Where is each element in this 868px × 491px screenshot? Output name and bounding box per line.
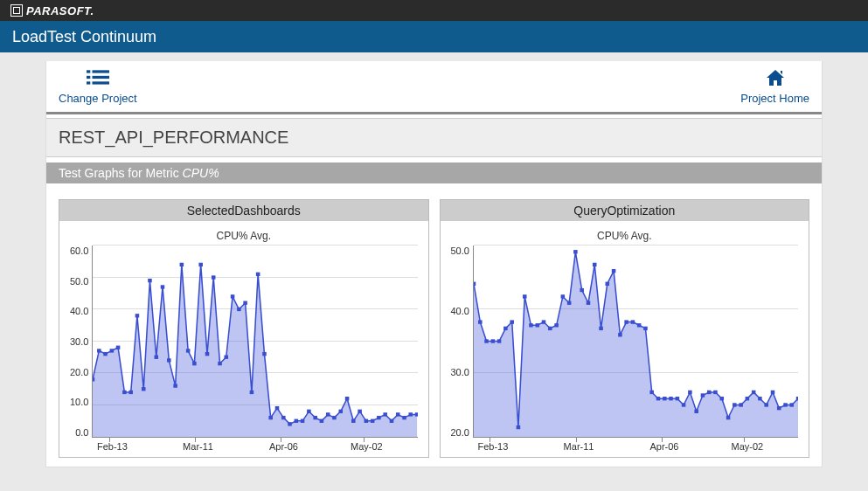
svg-rect-90 [676,397,680,400]
svg-rect-42 [320,419,324,423]
svg-rect-29 [238,308,242,311]
svg-rect-2 [87,76,90,79]
chart-body: CPU% Avg.50.040.030.020.0Feb-13Mar-11Apr… [441,221,809,457]
svg-rect-64 [510,320,514,323]
section-prefix: Test Graphs for Metric [59,166,183,180]
svg-rect-59 [478,320,483,323]
svg-rect-40 [308,410,312,413]
chart-body: CPU% Avg.60.050.040.030.020.010.00.0Feb-… [59,221,428,457]
svg-rect-22 [193,362,198,365]
svg-rect-11 [123,391,128,394]
svg-rect-9 [110,349,115,352]
svg-rect-20 [180,263,184,266]
svg-rect-70 [548,327,552,330]
svg-rect-5 [92,81,109,84]
svg-rect-33 [263,352,267,356]
svg-rect-45 [339,410,344,413]
project-home-link[interactable]: Project Home [740,68,809,105]
svg-rect-96 [713,391,718,394]
svg-rect-83 [631,320,635,323]
svg-rect-107 [783,403,788,406]
app-title-bar: LoadTest Continuum [0,21,868,52]
main-panel: Change Project Project Home REST_API_PER… [45,61,823,467]
svg-rect-93 [694,410,698,413]
chart-name: QueryOptimization [441,200,809,221]
svg-rect-75 [580,288,584,292]
svg-rect-43 [326,412,330,416]
svg-rect-21 [186,349,191,352]
svg-rect-99 [733,403,737,406]
svg-rect-91 [682,403,686,406]
svg-rect-35 [275,406,280,410]
svg-rect-13 [135,314,140,317]
svg-rect-38 [295,419,299,423]
svg-rect-48 [358,410,363,413]
x-axis: Feb-13Mar-11Apr-06May-02 [481,438,799,452]
svg-rect-28 [231,294,235,298]
svg-rect-89 [669,397,673,400]
svg-rect-79 [605,282,609,286]
svg-rect-108 [789,403,794,406]
brand-icon [10,4,23,17]
y-tick-label: 50.0 [70,276,88,287]
svg-rect-34 [269,416,274,419]
svg-rect-55 [403,416,407,419]
svg-rect-6 [93,377,94,381]
app-title: LoadTest Continuum [12,28,156,46]
svg-rect-16 [155,356,159,359]
y-tick-label: 40.0 [70,306,88,316]
y-axis: 60.050.040.030.020.010.00.0 [70,246,92,438]
x-tick-label: May-02 [732,441,764,452]
svg-rect-12 [129,391,134,394]
brand-logo: PARASOFT. [10,4,94,17]
svg-rect-58 [474,282,476,286]
x-tick-label: Apr-06 [269,441,298,452]
svg-rect-85 [643,327,648,330]
svg-rect-103 [758,397,762,400]
y-tick-label: 30.0 [451,367,469,377]
svg-rect-94 [701,393,705,397]
svg-rect-60 [484,339,489,342]
svg-rect-98 [726,416,731,419]
svg-rect-37 [288,422,293,425]
svg-rect-73 [567,301,572,305]
svg-rect-69 [542,320,546,323]
home-icon [764,68,787,90]
svg-rect-72 [560,294,565,298]
svg-rect-71 [554,323,559,327]
x-axis: Feb-13Mar-11Apr-06May-02 [100,438,418,452]
y-axis: 50.040.030.020.0 [451,246,473,438]
svg-rect-57 [415,412,417,416]
x-tick-label: Feb-13 [97,441,128,452]
x-tick-label: Mar-11 [183,441,213,452]
svg-rect-65 [517,425,521,429]
y-tick-label: 10.0 [70,397,88,407]
svg-rect-47 [351,419,356,423]
svg-rect-102 [752,391,756,394]
svg-rect-81 [618,333,622,336]
svg-rect-67 [529,323,533,327]
x-tick-label: Apr-06 [649,441,678,452]
svg-rect-52 [384,412,388,416]
svg-rect-87 [656,397,661,400]
svg-rect-62 [497,339,502,342]
y-tick-label: 20.0 [70,367,88,377]
svg-rect-46 [345,397,350,400]
svg-rect-8 [104,352,108,356]
svg-rect-66 [523,294,527,298]
svg-rect-7 [97,349,101,352]
svg-rect-101 [745,397,749,400]
svg-rect-95 [707,391,712,394]
y-tick-label: 60.0 [70,246,88,256]
svg-rect-25 [212,275,216,279]
svg-rect-77 [593,263,597,266]
chart-series [474,246,798,437]
svg-rect-53 [390,419,394,423]
change-project-link[interactable]: Change Project [59,68,137,105]
svg-rect-31 [250,391,254,394]
section-metric: CPU% [183,166,219,180]
svg-rect-17 [161,285,165,288]
x-tick-label: Feb-13 [477,441,508,452]
change-project-label: Change Project [59,92,137,105]
chart-title: CPU% Avg. [70,230,418,242]
